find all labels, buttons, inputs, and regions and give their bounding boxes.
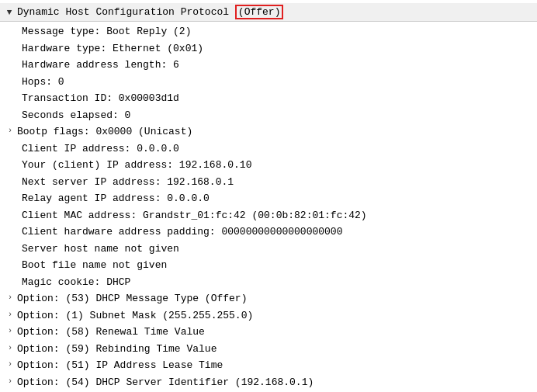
plain-line: Seconds elapsed: 0	[0, 107, 537, 124]
plain-line: Server host name not given	[0, 241, 537, 258]
expandable-line[interactable]: ›Bootp flags: 0x0000 (Unicast)	[0, 123, 537, 140]
line-text: Option: (59) Rebinding Time Value	[17, 342, 537, 357]
dhcp-title: Dynamic Host Configuration Protocol (Off…	[17, 6, 283, 18]
plain-line: Next server IP address: 192.168.0.1	[0, 174, 537, 191]
plain-line: Relay agent IP address: 0.0.0.0	[0, 190, 537, 207]
plain-line: Client IP address: 0.0.0.0	[0, 140, 537, 158]
line-text: Option: (53) DHCP Message Type (Offer)	[17, 291, 537, 307]
line-text: Bootp flags: 0x0000 (Unicast)	[17, 124, 537, 140]
plain-line: Your (client) IP address: 192.168.0.10	[0, 157, 537, 174]
expand-icon[interactable]: ›	[5, 291, 16, 304]
line-text: Client IP address: 0.0.0.0	[22, 141, 537, 157]
line-text: Option: (51) IP Address Lease Time	[17, 358, 537, 373]
expand-icon[interactable]: ›	[5, 375, 16, 387]
dhcp-panel: ▼ Dynamic Host Configuration Protocol (O…	[0, 0, 537, 392]
collapse-icon[interactable]: ▼	[5, 8, 14, 17]
dhcp-header-row[interactable]: ▼ Dynamic Host Configuration Protocol (O…	[0, 3, 537, 22]
title-before: Dynamic Host Configuration Protocol	[17, 6, 235, 18]
dhcp-content: Message type: Boot Reply (2)Hardware typ…	[0, 22, 537, 392]
expand-icon[interactable]: ›	[5, 124, 16, 137]
expand-icon[interactable]: ›	[5, 342, 16, 354]
line-text: Next server IP address: 192.168.0.1	[22, 175, 537, 190]
plain-line: Hops: 0	[0, 74, 537, 91]
line-text: Boot file name not given	[22, 258, 537, 273]
plain-line: Message type: Boot Reply (2)	[0, 23, 537, 40]
expand-icon[interactable]: ›	[5, 308, 16, 321]
line-text: Option: (1) Subnet Mask (255.255.255.0)	[17, 308, 537, 324]
line-text: Hops: 0	[22, 75, 537, 90]
expandable-line[interactable]: ›Option: (53) DHCP Message Type (Offer)	[0, 290, 537, 307]
expand-icon[interactable]: ›	[5, 358, 16, 370]
line-text: Message type: Boot Reply (2)	[22, 24, 537, 40]
plain-line: Client hardware address padding: 0000000…	[0, 224, 537, 241]
plain-line: Transaction ID: 0x00003d1d	[0, 90, 537, 107]
plain-line: Magic cookie: DHCP	[0, 274, 537, 291]
line-text: Magic cookie: DHCP	[22, 275, 537, 290]
line-text: Hardware type: Ethernet (0x01)	[22, 41, 537, 57]
line-text: Transaction ID: 0x00003d1d	[22, 91, 537, 106]
line-text: Server host name not given	[22, 241, 537, 257]
line-text: Client MAC address: Grandstr_01:fc:42 (0…	[22, 208, 537, 224]
plain-line: Client MAC address: Grandstr_01:fc:42 (0…	[0, 207, 537, 224]
expandable-line[interactable]: ›Option: (1) Subnet Mask (255.255.255.0)	[0, 307, 537, 324]
plain-line: Hardware type: Ethernet (0x01)	[0, 40, 537, 57]
line-text: Relay agent IP address: 0.0.0.0	[22, 191, 537, 206]
line-text: Client hardware address padding: 0000000…	[22, 224, 537, 240]
expandable-line[interactable]: ›Option: (58) Renewal Time Value	[0, 324, 537, 341]
line-text: Option: (54) DHCP Server Identifier (192…	[17, 375, 537, 390]
line-text: Seconds elapsed: 0	[22, 108, 537, 123]
line-text: Hardware address length: 6	[22, 57, 537, 73]
line-text: Option: (58) Renewal Time Value	[17, 324, 537, 340]
plain-line: Hardware address length: 6	[0, 57, 537, 74]
plain-line: Boot file name not given	[0, 257, 537, 274]
line-text: Your (client) IP address: 192.168.0.10	[22, 158, 537, 173]
expand-icon[interactable]: ›	[5, 324, 16, 337]
expandable-line[interactable]: ›Option: (59) Rebinding Time Value	[0, 341, 537, 358]
expandable-line[interactable]: ›Option: (51) IP Address Lease Time	[0, 357, 537, 374]
offer-badge: (Offer)	[235, 5, 284, 19]
expandable-line[interactable]: ›Option: (54) DHCP Server Identifier (19…	[0, 374, 537, 391]
